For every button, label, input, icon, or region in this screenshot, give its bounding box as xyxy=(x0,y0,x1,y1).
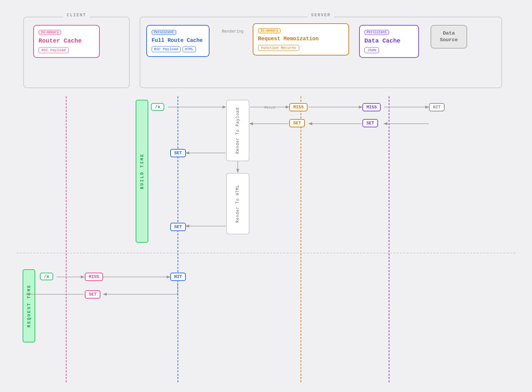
dline-request-memo xyxy=(301,96,301,382)
set-blue-build1: SET xyxy=(170,149,186,157)
request-memo-sub-badge: Function Returns xyxy=(258,45,299,51)
render-to-payload-box: Render To Payload xyxy=(226,100,249,161)
set-orange-badge: SET xyxy=(289,119,305,127)
build-time-label: BUILD TIME xyxy=(140,153,145,189)
server-label: SERVER xyxy=(308,13,334,18)
rendering-label-box: Rendering xyxy=(219,28,246,34)
divider-line xyxy=(17,253,515,253)
data-cache-box: Persistent Data Cache JSON xyxy=(359,25,419,58)
render-to-html-box: Render To HTML xyxy=(226,173,249,234)
full-route-cache-title: Full Route Cache xyxy=(152,38,204,44)
router-cache-box: In-memory Router Cache RSC Payload xyxy=(33,25,100,58)
set-pink-request: SET xyxy=(85,290,100,299)
data-source-box: Data Source xyxy=(431,25,467,49)
miss-purple-badge: MISS xyxy=(362,103,381,111)
request-memo-box: In-memory Request Memoization Function R… xyxy=(253,23,349,56)
data-cache-title: Data Cache xyxy=(364,38,414,44)
miss-pink-request: MISS xyxy=(85,273,103,281)
set-purple-badge: SET xyxy=(362,119,378,127)
request-time-label: REQUEST TIME xyxy=(27,284,32,327)
hit-gray-badge: HIT xyxy=(429,103,445,111)
dline-router-cache xyxy=(66,96,66,382)
full-route-cache-badge: Persistent xyxy=(152,30,176,35)
miss-orange-badge: MISS xyxy=(289,103,308,111)
full-route-cache-sub-badge-html: HTML xyxy=(183,46,196,52)
path-a-request: /a xyxy=(40,273,53,280)
router-cache-title: Router Cache xyxy=(39,38,94,44)
rendering-label: Rendering xyxy=(222,29,244,34)
data-cache-sub-badge: JSON xyxy=(364,47,379,53)
request-memo-title: Request Memoization xyxy=(258,36,344,42)
request-time-bar: REQUEST TIME xyxy=(23,269,35,342)
full-route-cache-sub-badge-rsc: RSC Payload xyxy=(152,46,181,52)
set-blue-build2: SET xyxy=(170,223,186,231)
fetch-label: Fetch xyxy=(264,106,275,110)
data-cache-badge: Persistent xyxy=(364,30,389,35)
data-source-title: Data Source xyxy=(435,30,463,43)
dline-data-cache xyxy=(389,96,389,382)
router-cache-sub-badge: RSC Payload xyxy=(39,47,69,53)
client-label: CLIENT xyxy=(64,13,90,18)
router-cache-badge: In-memory xyxy=(39,30,61,35)
build-time-bar: BUILD TIME xyxy=(136,100,148,243)
full-route-cache-box: Persistent Full Route Cache RSC Payload … xyxy=(146,25,209,57)
hit-blue-request: HIT xyxy=(170,273,186,281)
render-to-html-label: Render To HTML xyxy=(235,185,240,223)
path-a-build: /a xyxy=(151,103,164,111)
render-to-payload-label: Render To Payload xyxy=(235,107,240,154)
request-memo-badge: In-memory xyxy=(258,28,281,33)
dline-full-route xyxy=(178,96,178,382)
